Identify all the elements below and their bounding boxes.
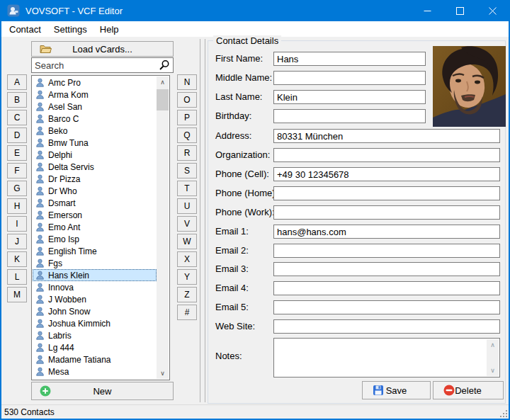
menu-settings[interactable]: Settings (47, 23, 94, 36)
email-3-label: Email 3: (215, 263, 249, 274)
contact-list-item[interactable]: Hans Klein (33, 269, 157, 281)
title-bar[interactable]: VOVSOFT - VCF Editor (1, 0, 509, 21)
alpha-button[interactable]: I (7, 216, 27, 232)
alpha-button[interactable]: H (7, 198, 27, 214)
alpha-button[interactable]: V (177, 216, 197, 232)
contact-list-item[interactable]: Dr Pizza (33, 173, 157, 185)
person-icon (35, 319, 45, 328)
alpha-button[interactable]: W (177, 234, 197, 249)
email-1-field[interactable] (273, 225, 500, 239)
email-4-field[interactable] (273, 281, 500, 295)
alpha-button[interactable]: N (177, 74, 197, 90)
contact-list-item[interactable] (33, 378, 157, 379)
alpha-button[interactable]: T (177, 181, 197, 196)
phone-home-field[interactable] (273, 186, 500, 200)
notes-scrollbar[interactable]: ∧ ∨ (487, 339, 499, 376)
delete-label: Delete (455, 385, 482, 396)
panel-splitter[interactable] (200, 39, 205, 402)
contact-list-item[interactable]: Delta Servis (33, 161, 157, 173)
address-label: Address: (215, 130, 251, 141)
close-button[interactable] (476, 0, 509, 21)
scroll-up-icon[interactable]: ∧ (157, 76, 169, 88)
alpha-button[interactable]: X (177, 251, 197, 267)
plus-circle-icon (40, 385, 51, 397)
contact-list-item[interactable]: Bmw Tuna (33, 137, 157, 149)
alpha-button[interactable]: B (7, 92, 27, 108)
resize-grip-icon[interactable] (500, 410, 507, 417)
email-3-field[interactable] (273, 262, 500, 276)
menu-contact[interactable]: Contact (3, 23, 47, 36)
alpha-button[interactable]: S (177, 163, 197, 178)
last-name-field[interactable] (273, 90, 426, 104)
birthday-field[interactable] (273, 109, 426, 123)
menu-help[interactable]: Help (94, 23, 125, 36)
organization-field[interactable] (273, 148, 500, 162)
alpha-button[interactable]: O (177, 92, 197, 108)
new-contact-button[interactable]: New (31, 382, 174, 400)
contact-list-item[interactable]: Mesa (33, 365, 157, 378)
contact-list-item[interactable]: Emo Isp (33, 233, 157, 245)
alpha-button[interactable]: P (177, 110, 197, 125)
alpha-button[interactable]: F (7, 163, 27, 178)
maximize-icon (456, 7, 464, 15)
alpha-button[interactable]: K (7, 251, 27, 267)
alpha-button[interactable]: E (7, 145, 27, 161)
phone-work-field[interactable] (273, 205, 500, 220)
person-icon (35, 271, 45, 280)
contact-list-item[interactable]: J Wobben (33, 293, 157, 305)
contact-list-item[interactable]: Asel San (33, 101, 157, 113)
first-name-field[interactable] (273, 52, 426, 66)
scrollbar-thumb[interactable] (157, 89, 169, 110)
contact-list-item[interactable]: Innova (33, 281, 157, 293)
contact-list-item[interactable]: Labris (33, 329, 157, 341)
contact-list-item[interactable]: Delphi (33, 149, 157, 161)
maximize-button[interactable] (443, 0, 476, 21)
notes-field[interactable]: ∧ ∨ (273, 338, 500, 378)
contact-list-item[interactable]: Barco C (33, 113, 157, 125)
contact-list[interactable]: Amc Pro Arma Kom Asel San (31, 75, 170, 380)
contact-list-item[interactable]: Lg 444 (33, 341, 157, 353)
address-field[interactable] (273, 129, 500, 143)
scroll-down-icon[interactable]: ∨ (157, 368, 169, 379)
alpha-button[interactable]: G (7, 181, 27, 196)
search-input[interactable] (31, 57, 174, 73)
alpha-button[interactable]: Y (177, 269, 197, 285)
alpha-button[interactable]: A (7, 74, 27, 90)
email-2-field[interactable] (273, 244, 500, 258)
alpha-button[interactable]: # (177, 305, 197, 320)
delete-button[interactable]: Delete (433, 381, 504, 399)
contact-list-item[interactable]: Arma Kom (33, 89, 157, 101)
phone-cell-field[interactable] (273, 167, 500, 181)
load-vcards-button[interactable]: Load vCards... (31, 41, 174, 57)
scroll-down-icon[interactable]: ∨ (487, 365, 499, 376)
contact-list-item[interactable]: Emo Ant (33, 221, 157, 233)
alpha-button[interactable]: C (7, 110, 27, 125)
contact-list-item[interactable]: Dr Who (33, 185, 157, 197)
open-folder-icon (40, 44, 52, 55)
minimize-button[interactable] (411, 0, 443, 21)
alpha-button[interactable]: L (7, 269, 27, 285)
contact-list-item[interactable]: John Snow (33, 305, 157, 317)
contact-list-item[interactable]: English Time (33, 245, 157, 257)
save-button[interactable]: Save (362, 381, 431, 399)
contact-list-item[interactable]: Emerson (33, 209, 157, 221)
email-5-field[interactable] (273, 300, 500, 314)
scroll-up-icon[interactable]: ∧ (487, 339, 499, 351)
alpha-button[interactable]: J (7, 234, 27, 249)
middle-name-field[interactable] (273, 71, 426, 85)
contact-list-item[interactable]: Dsmart (33, 197, 157, 209)
contact-list-item[interactable]: Beko (33, 125, 157, 137)
alpha-button[interactable]: Z (177, 287, 197, 302)
alpha-button[interactable]: R (177, 145, 197, 161)
contact-count: 530 Contacts (4, 407, 55, 417)
alpha-button[interactable]: D (7, 127, 27, 143)
alpha-button[interactable]: Q (177, 127, 197, 143)
contact-list-item[interactable]: Fgs (33, 257, 157, 269)
contact-list-item[interactable]: Joshua Kimmich (33, 317, 157, 329)
alpha-button[interactable]: M (7, 287, 27, 302)
list-scrollbar[interactable]: ∧ ∨ (157, 76, 169, 379)
contact-list-item[interactable]: Madame Tatiana (33, 353, 157, 365)
alpha-button[interactable]: U (177, 198, 197, 214)
web-site-field[interactable] (273, 319, 500, 334)
contact-list-item[interactable]: Amc Pro (33, 76, 157, 89)
